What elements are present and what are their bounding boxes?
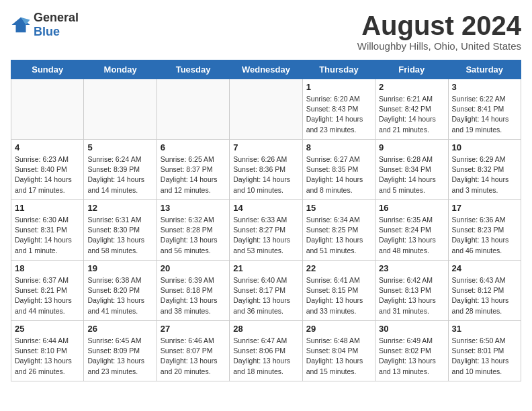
day-number: 6 (161, 142, 226, 152)
day-number: 12 (87, 203, 152, 213)
calendar-cell: 27Sunrise: 6:46 AM Sunset: 8:07 PM Dayli… (157, 321, 229, 381)
day-info: Sunrise: 6:42 AM Sunset: 8:13 PM Dayligh… (379, 275, 444, 316)
week-row-2: 4Sunrise: 6:23 AM Sunset: 8:40 PM Daylig… (11, 140, 521, 200)
calendar-cell: 21Sunrise: 6:40 AM Sunset: 8:17 PM Dayli… (230, 261, 302, 321)
day-number: 26 (87, 324, 152, 334)
logo: General Blue (11, 11, 79, 39)
day-info: Sunrise: 6:23 AM Sunset: 8:40 PM Dayligh… (15, 154, 80, 195)
day-info: Sunrise: 6:34 AM Sunset: 8:25 PM Dayligh… (306, 215, 371, 256)
day-info: Sunrise: 6:27 AM Sunset: 8:35 PM Dayligh… (306, 154, 371, 195)
week-row-5: 25Sunrise: 6:44 AM Sunset: 8:10 PM Dayli… (11, 321, 521, 381)
day-header-tuesday: Tuesday (157, 60, 229, 79)
calendar-cell: 9Sunrise: 6:28 AM Sunset: 8:34 PM Daylig… (375, 140, 448, 200)
calendar-cell (84, 79, 157, 140)
calendar-cell: 3Sunrise: 6:22 AM Sunset: 8:41 PM Daylig… (448, 79, 521, 140)
day-number: 15 (306, 203, 371, 213)
day-info: Sunrise: 6:20 AM Sunset: 8:43 PM Dayligh… (306, 94, 371, 135)
day-header-thursday: Thursday (302, 60, 375, 79)
day-header-wednesday: Wednesday (230, 60, 302, 79)
day-info: Sunrise: 6:33 AM Sunset: 8:27 PM Dayligh… (233, 215, 298, 256)
calendar-cell: 12Sunrise: 6:31 AM Sunset: 8:30 PM Dayli… (84, 200, 157, 261)
calendar-header-row: SundayMondayTuesdayWednesdayThursdayFrid… (11, 60, 521, 79)
day-number: 22 (306, 263, 371, 273)
calendar-cell: 17Sunrise: 6:36 AM Sunset: 8:23 PM Dayli… (448, 200, 521, 261)
day-number: 11 (15, 203, 80, 213)
day-number: 10 (452, 142, 517, 152)
calendar-cell: 28Sunrise: 6:47 AM Sunset: 8:06 PM Dayli… (230, 321, 302, 381)
day-number: 17 (452, 203, 517, 213)
day-number: 25 (15, 324, 80, 334)
calendar-cell: 10Sunrise: 6:29 AM Sunset: 8:32 PM Dayli… (448, 140, 521, 200)
day-info: Sunrise: 6:31 AM Sunset: 8:30 PM Dayligh… (87, 215, 152, 256)
day-number: 4 (15, 142, 80, 152)
week-row-4: 18Sunrise: 6:37 AM Sunset: 8:21 PM Dayli… (11, 261, 521, 321)
day-header-friday: Friday (375, 60, 448, 79)
day-info: Sunrise: 6:36 AM Sunset: 8:23 PM Dayligh… (452, 215, 517, 256)
day-number: 3 (452, 82, 517, 92)
day-info: Sunrise: 6:40 AM Sunset: 8:17 PM Dayligh… (233, 275, 298, 316)
calendar-cell (230, 79, 302, 140)
day-info: Sunrise: 6:38 AM Sunset: 8:20 PM Dayligh… (87, 275, 152, 316)
day-info: Sunrise: 6:26 AM Sunset: 8:36 PM Dayligh… (233, 154, 298, 195)
day-info: Sunrise: 6:35 AM Sunset: 8:24 PM Dayligh… (379, 215, 444, 256)
logo-bird-icon (11, 15, 31, 35)
calendar: SundayMondayTuesdayWednesdayThursdayFrid… (11, 60, 521, 381)
day-number: 13 (161, 203, 226, 213)
day-info: Sunrise: 6:32 AM Sunset: 8:28 PM Dayligh… (161, 215, 226, 256)
location: Willoughby Hills, Ohio, United States (357, 40, 521, 52)
week-row-3: 11Sunrise: 6:30 AM Sunset: 8:31 PM Dayli… (11, 200, 521, 261)
day-number: 29 (306, 324, 371, 334)
day-number: 28 (233, 324, 298, 334)
day-info: Sunrise: 6:30 AM Sunset: 8:31 PM Dayligh… (15, 215, 80, 256)
day-number: 23 (379, 263, 444, 273)
logo-general: General (34, 11, 79, 24)
calendar-cell: 22Sunrise: 6:41 AM Sunset: 8:15 PM Dayli… (302, 261, 375, 321)
day-number: 18 (15, 263, 80, 273)
day-info: Sunrise: 6:46 AM Sunset: 8:07 PM Dayligh… (161, 336, 226, 377)
calendar-cell: 15Sunrise: 6:34 AM Sunset: 8:25 PM Dayli… (302, 200, 375, 261)
title-area: August 2024 Willoughby Hills, Ohio, Unit… (357, 11, 521, 52)
day-header-sunday: Sunday (11, 60, 84, 79)
day-info: Sunrise: 6:29 AM Sunset: 8:32 PM Dayligh… (452, 154, 517, 195)
day-info: Sunrise: 6:48 AM Sunset: 8:04 PM Dayligh… (306, 336, 371, 377)
calendar-cell: 24Sunrise: 6:43 AM Sunset: 8:12 PM Dayli… (448, 261, 521, 321)
day-header-monday: Monday (84, 60, 157, 79)
calendar-cell: 31Sunrise: 6:50 AM Sunset: 8:01 PM Dayli… (448, 321, 521, 381)
calendar-cell: 26Sunrise: 6:45 AM Sunset: 8:09 PM Dayli… (84, 321, 157, 381)
day-number: 14 (233, 203, 298, 213)
calendar-cell (11, 79, 84, 140)
day-info: Sunrise: 6:39 AM Sunset: 8:18 PM Dayligh… (161, 275, 226, 316)
day-header-saturday: Saturday (448, 60, 521, 79)
week-row-1: 1Sunrise: 6:20 AM Sunset: 8:43 PM Daylig… (11, 79, 521, 140)
day-info: Sunrise: 6:28 AM Sunset: 8:34 PM Dayligh… (379, 154, 444, 195)
calendar-cell: 13Sunrise: 6:32 AM Sunset: 8:28 PM Dayli… (157, 200, 229, 261)
logo-text: General Blue (34, 11, 79, 39)
day-info: Sunrise: 6:49 AM Sunset: 8:02 PM Dayligh… (379, 336, 444, 377)
day-number: 30 (379, 324, 444, 334)
calendar-cell: 8Sunrise: 6:27 AM Sunset: 8:35 PM Daylig… (302, 140, 375, 200)
calendar-cell: 18Sunrise: 6:37 AM Sunset: 8:21 PM Dayli… (11, 261, 84, 321)
calendar-cell: 19Sunrise: 6:38 AM Sunset: 8:20 PM Dayli… (84, 261, 157, 321)
calendar-cell: 30Sunrise: 6:49 AM Sunset: 8:02 PM Dayli… (375, 321, 448, 381)
day-number: 2 (379, 82, 444, 92)
calendar-cell: 23Sunrise: 6:42 AM Sunset: 8:13 PM Dayli… (375, 261, 448, 321)
day-info: Sunrise: 6:44 AM Sunset: 8:10 PM Dayligh… (15, 336, 80, 377)
calendar-cell: 11Sunrise: 6:30 AM Sunset: 8:31 PM Dayli… (11, 200, 84, 261)
month-year: August 2024 (357, 11, 521, 40)
calendar-cell: 4Sunrise: 6:23 AM Sunset: 8:40 PM Daylig… (11, 140, 84, 200)
calendar-cell: 16Sunrise: 6:35 AM Sunset: 8:24 PM Dayli… (375, 200, 448, 261)
day-number: 16 (379, 203, 444, 213)
day-info: Sunrise: 6:41 AM Sunset: 8:15 PM Dayligh… (306, 275, 371, 316)
calendar-cell: 25Sunrise: 6:44 AM Sunset: 8:10 PM Dayli… (11, 321, 84, 381)
day-number: 27 (161, 324, 226, 334)
day-info: Sunrise: 6:43 AM Sunset: 8:12 PM Dayligh… (452, 275, 517, 316)
day-info: Sunrise: 6:24 AM Sunset: 8:39 PM Dayligh… (87, 154, 152, 195)
calendar-cell: 14Sunrise: 6:33 AM Sunset: 8:27 PM Dayli… (230, 200, 302, 261)
calendar-cell: 6Sunrise: 6:25 AM Sunset: 8:37 PM Daylig… (157, 140, 229, 200)
day-number: 9 (379, 142, 444, 152)
day-info: Sunrise: 6:22 AM Sunset: 8:41 PM Dayligh… (452, 94, 517, 135)
day-number: 7 (233, 142, 298, 152)
calendar-cell: 7Sunrise: 6:26 AM Sunset: 8:36 PM Daylig… (230, 140, 302, 200)
day-number: 20 (161, 263, 226, 273)
day-info: Sunrise: 6:37 AM Sunset: 8:21 PM Dayligh… (15, 275, 80, 316)
